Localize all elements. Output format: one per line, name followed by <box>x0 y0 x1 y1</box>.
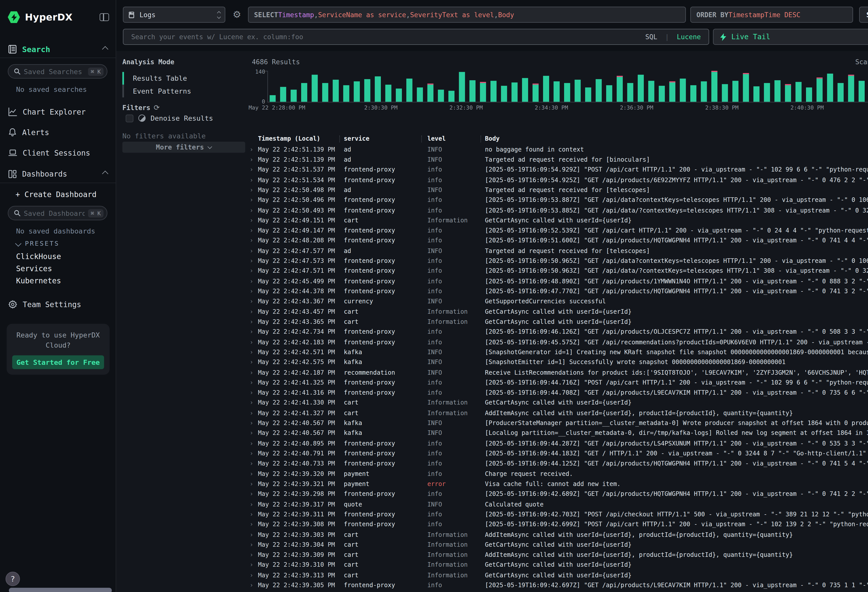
log-row[interactable]: ›May 22 2:42:47.577 PMadINFOTargeted ad … <box>246 246 868 256</box>
row-expand-chevron[interactable]: › <box>246 409 258 416</box>
histogram-bar[interactable] <box>848 75 854 102</box>
analysis-mode-option[interactable]: Results Table <box>122 72 240 84</box>
log-row[interactable]: ›May 22 2:42:50.493 PMfrontend-proxyinfo… <box>246 205 868 215</box>
save-button[interactable]: Save <box>859 7 868 22</box>
histogram-bar[interactable] <box>774 80 780 102</box>
histogram-bar[interactable] <box>522 78 528 102</box>
saved-dashboards-input[interactable]: Saved Dashboards ⌘ K <box>8 206 108 220</box>
histogram-bar[interactable] <box>501 86 507 102</box>
sidebar-collapse-icon[interactable] <box>100 13 109 21</box>
histogram-bar[interactable] <box>669 81 675 102</box>
live-tail-button[interactable]: Live Tail <box>713 29 868 45</box>
histogram-bar[interactable] <box>301 83 307 102</box>
row-expand-chevron[interactable]: › <box>246 582 258 589</box>
sidebar-item-team-settings[interactable]: Team Settings <box>0 297 116 312</box>
log-row[interactable]: ›May 22 2:42:45.499 PMfrontend-proxyinfo… <box>246 276 868 286</box>
preset-services[interactable]: Services <box>16 264 52 273</box>
row-expand-chevron[interactable]: › <box>246 551 258 558</box>
log-row[interactable]: ›May 22 2:42:39.309 PMcartInformationAdd… <box>246 550 868 560</box>
sidebar-item-client-sessions[interactable]: Client Sessions <box>0 145 116 160</box>
row-expand-chevron[interactable]: › <box>246 450 258 457</box>
row-expand-chevron[interactable]: › <box>246 511 258 518</box>
log-row[interactable]: ›May 22 2:42:51.534 PMfrontend-proxyinfo… <box>246 175 868 185</box>
row-expand-chevron[interactable]: › <box>246 146 258 153</box>
column-header[interactable]: Body <box>485 135 868 142</box>
log-row[interactable]: ›May 22 2:42:48.208 PMfrontend-proxyinfo… <box>246 236 868 246</box>
histogram-bar[interactable] <box>469 80 475 102</box>
log-row[interactable]: ›May 22 2:42:40.567 PMkafkaINFO[Producer… <box>246 418 868 428</box>
help-button[interactable]: ? <box>6 572 20 586</box>
log-row[interactable]: ›May 22 2:42:43.367 PMcurrencyINFOGetSup… <box>246 297 868 307</box>
row-expand-chevron[interactable]: › <box>246 440 258 447</box>
histogram-bar[interactable] <box>333 80 339 102</box>
histogram-bar[interactable] <box>406 79 412 102</box>
search-events-input[interactable]: Search your events w/ Lucene ex. column:… <box>123 29 709 45</box>
histogram-bar[interactable] <box>606 85 612 102</box>
histogram-bar[interactable] <box>690 85 696 102</box>
sidebar-item-alerts[interactable]: Alerts <box>0 124 116 140</box>
log-row[interactable]: ›May 22 2:42:39.321 PMpaymenterrorVisa c… <box>246 479 868 489</box>
histogram-bar[interactable] <box>354 81 360 102</box>
denoise-results-option[interactable]: Denoise Results <box>126 114 213 123</box>
histogram-bar[interactable] <box>753 86 759 102</box>
log-row[interactable]: ›May 22 2:42:40.895 PMfrontend-proxyinfo… <box>246 438 868 449</box>
histogram-bar[interactable] <box>564 83 570 102</box>
log-row[interactable]: ›May 22 2:42:40.733 PMfrontend-proxyinfo… <box>246 459 868 469</box>
row-expand-chevron[interactable]: › <box>246 217 258 224</box>
histogram-bar[interactable] <box>385 85 391 102</box>
sidebar-item-chart-explorer[interactable]: Chart Explorer <box>0 104 116 120</box>
row-expand-chevron[interactable]: › <box>246 247 258 254</box>
column-header[interactable]: service <box>344 135 418 142</box>
histogram-bar[interactable] <box>701 81 707 102</box>
histogram-bar[interactable] <box>312 75 317 102</box>
histogram-bar[interactable] <box>638 75 644 102</box>
histogram-bar[interactable] <box>427 84 433 102</box>
log-row[interactable]: ›May 22 2:42:39.313 PMcartInformationGet… <box>246 570 868 580</box>
histogram-bar[interactable] <box>838 83 843 102</box>
log-row[interactable]: ›May 22 2:42:39.298 PMfrontend-proxyinfo… <box>246 489 868 499</box>
histogram-bar[interactable] <box>543 76 549 102</box>
log-row[interactable]: ›May 22 2:42:42.183 PMfrontend-proxyinfo… <box>246 337 868 347</box>
log-row[interactable]: ›May 22 2:42:49.147 PMfrontend-proxyinfo… <box>246 226 868 236</box>
sql-mode-toggle[interactable]: SQL <box>645 33 657 41</box>
log-row[interactable]: ›May 22 2:42:40.791 PMfrontend-proxyinfo… <box>246 449 868 459</box>
row-expand-chevron[interactable]: › <box>246 186 258 193</box>
row-expand-chevron[interactable]: › <box>246 470 258 477</box>
row-expand-chevron[interactable]: › <box>246 490 258 498</box>
row-expand-chevron[interactable]: › <box>246 257 258 264</box>
column-resize-handle[interactable] <box>481 135 485 142</box>
saved-searches-input[interactable]: Saved Searches ⌘ K <box>8 64 108 79</box>
row-expand-chevron[interactable]: › <box>246 389 258 396</box>
column-resize-handle[interactable] <box>421 135 427 142</box>
order-by-input[interactable]: ORDER BY TimestampTime DESC <box>690 7 853 22</box>
row-expand-chevron[interactable]: › <box>246 348 258 356</box>
histogram-bar[interactable] <box>764 83 770 102</box>
histogram-bar[interactable] <box>291 90 296 102</box>
histogram-bar[interactable] <box>806 87 812 102</box>
log-row[interactable]: ›May 22 2:42:43.365 PMcartInformationGet… <box>246 317 868 327</box>
histogram-bar[interactable] <box>627 83 633 102</box>
source-selector[interactable]: Logs <box>123 7 226 22</box>
row-expand-chevron[interactable]: › <box>246 267 258 275</box>
row-expand-chevron[interactable]: › <box>246 196 258 204</box>
column-header[interactable]: level <box>427 135 477 142</box>
log-row[interactable]: ›May 22 2:42:42.575 PMkafkaINFO[Snapshot… <box>246 357 868 368</box>
row-expand-chevron[interactable]: › <box>246 419 258 427</box>
row-expand-chevron[interactable]: › <box>246 308 258 315</box>
row-expand-chevron[interactable]: › <box>246 166 258 173</box>
row-expand-chevron[interactable]: › <box>246 318 258 325</box>
log-row[interactable]: ›May 22 2:42:39.305 PMfrontend-proxyinfo… <box>246 580 868 590</box>
histogram-bar[interactable] <box>343 85 349 102</box>
more-filters-button[interactable]: More filters <box>122 142 245 153</box>
histogram-bar[interactable] <box>816 77 822 102</box>
sidebar-section-search[interactable]: Search <box>0 41 116 57</box>
row-expand-chevron[interactable]: › <box>246 399 258 406</box>
row-expand-chevron[interactable]: › <box>246 460 258 467</box>
histogram-bar[interactable] <box>449 91 454 102</box>
histogram-bar[interactable] <box>459 72 465 102</box>
log-row[interactable]: ›May 22 2:42:47.571 PMfrontend-proxyinfo… <box>246 266 868 276</box>
histogram-bar[interactable] <box>648 81 654 102</box>
analysis-mode-option[interactable]: Event Patterns <box>122 85 240 97</box>
histogram-bar[interactable] <box>732 81 738 102</box>
histogram-bar[interactable] <box>396 89 402 102</box>
